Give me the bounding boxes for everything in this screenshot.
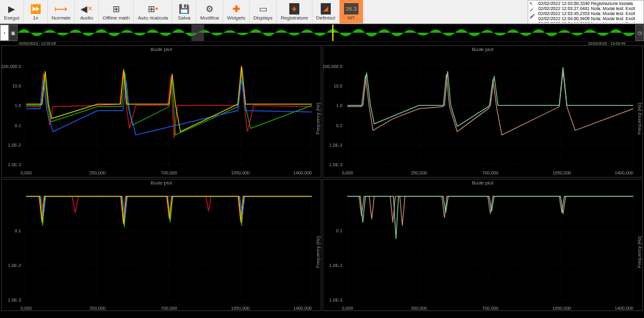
normal-label: Normale [52,15,70,21]
save-label: Salva [178,15,191,21]
svg-text:350,000: 350,000 [89,170,106,176]
mt-label: MT [348,15,355,21]
log-line: 02/02/2022 12:03:45,2353 Nota: Modal tes… [538,11,642,16]
plot-title: Bode plot [323,179,642,186]
plot-grid: Bode plot 100,000.0 10.0 [0,45,644,315]
timeline-left-button[interactable]: › [0,25,9,41]
log-line: 02/02/2022 12:03:08,3340 Registrazione i… [538,1,642,6]
recorder-label: Registratore [280,15,308,21]
svg-text:1.0: 1.0 [336,103,343,108]
svg-text:700,000: 700,000 [482,170,499,176]
svg-text:1050,000: 1050,000 [552,170,571,176]
svg-text:1.0E-3: 1.0E-3 [330,162,343,168]
audio-label: Audio [80,15,93,21]
recorder-button[interactable]: ◈ Registratore [277,0,313,23]
mic-icon: 🎤 [530,14,538,19]
svg-text:Frequency (Hz): Frequency (Hz) [315,236,321,268]
normal-button[interactable]: ⟼ Normale [48,0,75,23]
log-line: 02/02/2022 12:03:27,6481 Nota: Modal tes… [538,6,642,11]
recorder-icon: ◈ [289,3,299,14]
run-button[interactable]: ▶ Esegui [0,0,24,23]
svg-text:10.0: 10.0 [13,83,21,89]
svg-text:Frequency (Hz): Frequency (Hz) [636,103,642,134]
widgets-button[interactable]: ✚ Widgets [223,0,250,23]
svg-text:700,000: 700,000 [161,170,177,176]
save-button[interactable]: 💾 Salva [172,0,196,23]
grid-icon: ⊞ [113,3,120,14]
svg-text:1050,000: 1050,000 [552,305,571,311]
displays-button[interactable]: ▭ Displays [250,0,277,23]
plus-icon: ✚ [233,3,240,14]
speed-label: 1x [33,15,38,21]
run-label: Esegui [4,15,19,21]
log-line: 02/02/2022 12:04:00,9409 Nota: Modal tes… [538,16,642,21]
define-icon: ◢ [321,3,331,14]
mt-button[interactable]: 26.3 MT [340,0,364,23]
auto-recalc-button[interactable]: ⊞● Auto ricalcola [134,0,172,23]
plot-title: Bode plot [323,46,642,53]
gear2-icon: ⚙ [206,3,214,14]
svg-text:350,000: 350,000 [411,170,427,176]
gear-icon: ⊞● [148,3,158,14]
svg-text:0,000: 0,000 [21,305,32,311]
audio-button[interactable]: ◀✕ Audio [75,0,99,23]
svg-rect-1 [191,25,204,41]
svg-text:10.0: 10.0 [334,83,343,89]
bode-plot-bottom-left[interactable]: Bode plot 0.1 1.0E-2 1.0E-3 0,000 3 [1,179,321,311]
speed-button[interactable]: ⏩ 1x [24,0,48,23]
svg-text:1400,000: 1400,000 [293,170,312,176]
svg-text:1.0E-2: 1.0E-2 [330,263,343,268]
define-button[interactable]: ◢ Definisci [313,0,340,23]
bode-plot-bottom-right[interactable]: Bode plot 0.1 1.0E-2 1.0E-3 0,000 350,00… [323,179,643,311]
svg-text:Frequency (Hz): Frequency (Hz) [636,236,642,268]
svg-text:1.0E-2: 1.0E-2 [330,142,343,148]
svg-text:700,000: 700,000 [482,305,499,311]
bode-plot-top-left[interactable]: Bode plot 100,000.0 10.0 [1,45,321,178]
edit-button[interactable]: ⚙ Modifica [196,0,223,23]
plot-title: Bode plot [2,179,321,186]
edit-label: Modifica [200,15,219,21]
timeline-clock-button[interactable]: ◷ [635,25,644,41]
svg-text:700,000: 700,000 [161,305,177,311]
log-text-col: 02/02/2022 12:03:08,3340 Registrazione i… [538,1,642,23]
auto-recalc-label: Auto ricalcola [138,15,168,21]
svg-text:0.1: 0.1 [336,123,343,128]
svg-text:1050,000: 1050,000 [231,170,250,176]
mt-value-icon: 26.3 [344,3,359,14]
log-line: 02/02/2022 12:04:19,0657 Nota: Modal tes… [538,21,642,23]
timeline-camera-button[interactable]: ▣ [9,25,18,41]
save-icon: 💾 [179,3,189,14]
svg-text:1.0: 1.0 [15,103,21,108]
play-icon: ▶ [8,3,15,14]
event-log-panel: ↖ ⤢ 🎤 02/02/2022 12:03:08,3340 Registraz… [528,0,644,24]
svg-text:350,000: 350,000 [89,305,106,311]
svg-text:100,000.0: 100,000.0 [2,64,21,69]
timeline-row: › ▣ ◷ [0,24,644,42]
offline-math-label: Offline math [103,15,130,21]
offline-math-button[interactable]: ⊞ Offline math [99,0,134,23]
log-icons-col: ↖ ⤢ 🎤 [530,1,538,23]
cursor-icon: ↖ [530,1,538,6]
svg-text:1.0E-3: 1.0E-3 [330,297,343,303]
expand-icon: ⤢ [530,8,538,13]
svg-text:1050,000: 1050,000 [231,305,250,311]
svg-text:0,000: 0,000 [342,170,353,176]
svg-text:0.1: 0.1 [336,228,343,234]
svg-text:0,000: 0,000 [21,170,32,176]
grid [26,59,314,168]
mute-icon: ◀✕ [80,3,92,14]
svg-text:100,000.0: 100,000.0 [323,64,342,69]
svg-text:1.0E-2: 1.0E-2 [8,263,21,268]
arrow-icon: ⟼ [55,3,67,14]
svg-text:0.1: 0.1 [15,228,21,234]
displays-icon: ▭ [259,3,267,14]
fastforward-icon: ⏩ [30,3,41,14]
timeline-waveform[interactable] [18,25,635,41]
svg-text:0,000: 0,000 [342,305,353,311]
displays-label: Displays [253,15,272,21]
svg-text:1400,000: 1400,000 [614,305,633,311]
bode-plot-top-right[interactable]: Bode plot 100,000.0 10.0 1.0 0.1 1.0E- [323,45,643,178]
svg-text:1400,000: 1400,000 [614,170,633,176]
define-label: Definisci [316,15,335,21]
svg-text:Frequency (Hz): Frequency (Hz) [315,103,321,134]
